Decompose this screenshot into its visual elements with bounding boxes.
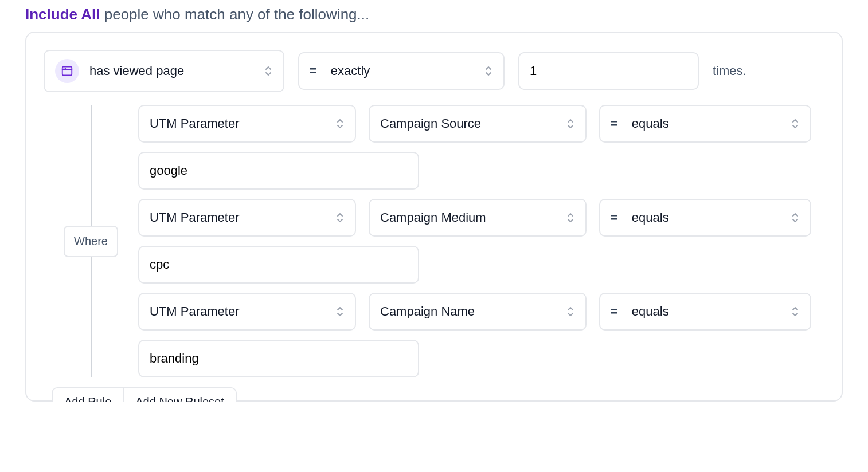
ruleset-heading: Include All people who match any of the … [25,0,843,32]
condition-operator-select[interactable]: = equals [599,105,811,143]
chevron-updown-icon [335,117,345,130]
where-left: Where [44,105,138,377]
condition-operator-label: equals [632,304,780,319]
condition-value-row [138,246,824,284]
condition-value-row [138,152,824,190]
chevron-updown-icon [566,117,575,130]
condition-param-select[interactable]: Campaign Source [369,105,587,143]
chevron-updown-icon [335,305,345,318]
condition-operator-select[interactable]: = equals [599,293,811,331]
ruleset-footer-buttons: Add Rule Add New Ruleset [52,387,237,402]
condition-operator-label: equals [632,210,780,225]
ruleset-panel: has viewed page = exactly times. Where [25,32,843,402]
condition-operator-symbol: = [611,210,618,225]
chevron-updown-icon [484,65,493,77]
chevron-updown-icon [264,65,273,77]
condition-param-label: Campaign Source [380,116,556,131]
where-conditions-container: UTM Parameter Campaign Source = equals [138,105,824,377]
where-pill: Where [64,226,118,257]
condition-type-select[interactable]: UTM Parameter [138,105,356,143]
condition-value-input[interactable] [138,340,419,377]
condition-value-input[interactable] [138,152,419,190]
condition-operator-label: equals [632,116,780,131]
event-select-label: has viewed page [89,64,253,78]
condition-param-label: Campaign Name [380,304,556,319]
condition-row: UTM Parameter Campaign Medium = equals [138,199,824,237]
condition-operator-select[interactable]: = equals [599,199,811,237]
add-rule-button[interactable]: Add Rule [53,388,123,402]
where-block: Where UTM Parameter Campaign Source = [44,105,824,377]
condition-operator-symbol: = [611,304,618,319]
condition-type-label: UTM Parameter [150,304,325,319]
condition-type-label: UTM Parameter [150,116,325,131]
count-input[interactable] [518,52,699,90]
chevron-updown-icon [566,305,575,318]
chevron-updown-icon [791,305,800,318]
chevron-updown-icon [335,211,345,224]
condition-row: UTM Parameter Campaign Name = equals [138,293,824,331]
comparator-symbol: = [310,64,317,78]
chevron-updown-icon [791,117,800,130]
comparator-select[interactable]: = exactly [298,52,505,90]
condition-row: UTM Parameter Campaign Source = equals [138,105,824,143]
event-select[interactable]: has viewed page [44,50,284,92]
condition-param-select[interactable]: Campaign Name [369,293,587,331]
condition-type-select[interactable]: UTM Parameter [138,199,356,237]
heading-rest: people who match any of the following... [100,6,370,23]
condition-param-select[interactable]: Campaign Medium [369,199,587,237]
condition-type-select[interactable]: UTM Parameter [138,293,356,331]
times-suffix: times. [713,64,746,78]
condition-value-input[interactable] [138,246,419,284]
chevron-updown-icon [791,211,800,224]
condition-operator-symbol: = [611,116,618,131]
chevron-updown-icon [566,211,575,224]
rule-main-row: has viewed page = exactly times. [44,50,824,92]
condition-value-row [138,340,824,377]
condition-type-label: UTM Parameter [150,210,325,225]
heading-accent: Include All [25,6,100,23]
condition-param-label: Campaign Medium [380,210,556,225]
comparator-label: exactly [331,64,474,78]
add-new-ruleset-button[interactable]: Add New Ruleset [123,388,236,402]
page-view-icon [55,59,79,83]
